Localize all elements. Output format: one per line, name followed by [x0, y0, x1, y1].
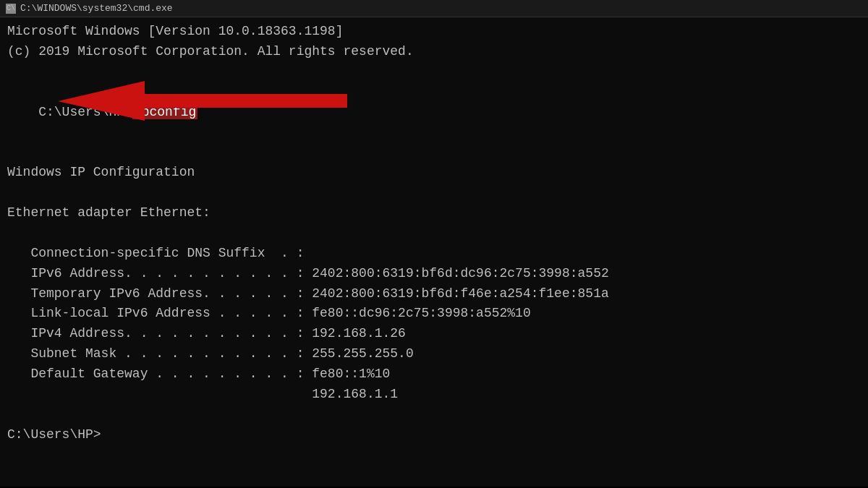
line-link-local-ipv6: Link-local IPv6 Address . . . . . : fe80…	[7, 304, 861, 324]
line-final-prompt: C:\Users\HP>	[7, 425, 861, 445]
line-version: Microsoft Windows [Version 10.0.18363.11…	[7, 22, 861, 42]
title-bar: C\ C:\WINDOWS\system32\cmd.exe	[0, 0, 868, 17]
line-dns-suffix: Connection-specific DNS Suffix . :	[7, 244, 861, 264]
line-temp-ipv6: Temporary IPv6 Address. . . . . . : 2402…	[7, 284, 861, 304]
line-copyright: (c) 2019 Microsoft Corporation. All righ…	[7, 42, 861, 62]
title-bar-text: C:\WINDOWS\system32\cmd.exe	[20, 3, 173, 14]
line-subnet: Subnet Mask . . . . . . . . . . . : 255.…	[7, 344, 861, 364]
svg-marker-1	[58, 81, 145, 121]
svg-rect-0	[145, 94, 347, 108]
line-ethernet-adapter: Ethernet adapter Ethernet:	[7, 203, 861, 223]
line-ipv4: IPv4 Address. . . . . . . . . . . : 192.…	[7, 324, 861, 344]
line-ipv6: IPv6 Address. . . . . . . . . . . : 2402…	[7, 264, 861, 284]
red-arrow-icon	[58, 81, 362, 121]
line-gateway: Default Gateway . . . . . . . . . : fe80…	[7, 364, 861, 385]
arrow-annotation	[58, 81, 362, 121]
cmd-icon: C\	[6, 4, 16, 14]
line-win-ip: Windows IP Configuration	[7, 163, 861, 183]
line-gateway2: 192.168.1.1	[7, 385, 861, 405]
cmd-body: Microsoft Windows [Version 10.0.18363.11…	[0, 17, 868, 487]
